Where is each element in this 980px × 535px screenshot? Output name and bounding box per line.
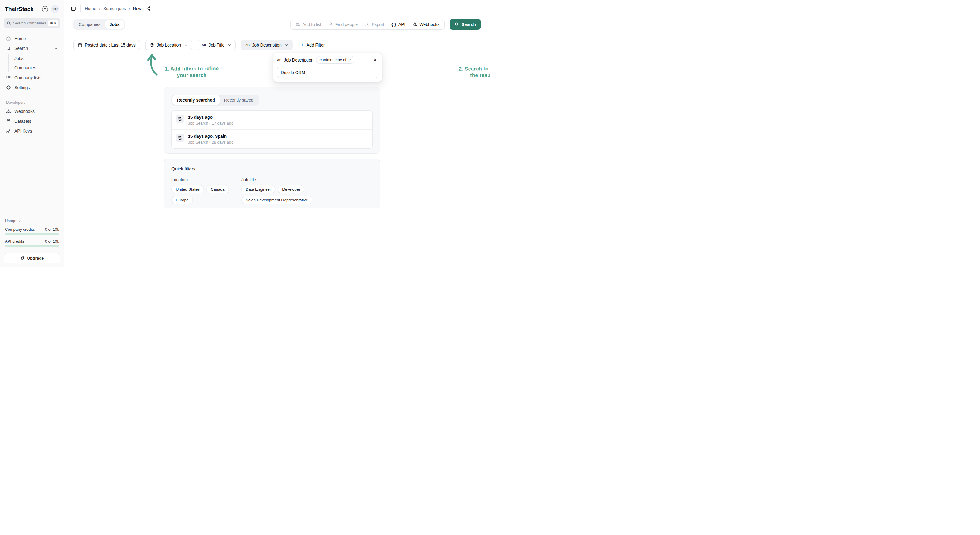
add-to-list-label: Add to list: [302, 22, 321, 27]
sidebar-item-search[interactable]: Search: [4, 43, 60, 53]
search-icon: [455, 22, 459, 27]
api-credits-progress: [5, 245, 59, 247]
annotation-step2-line2: the results: [459, 71, 490, 79]
tab-recently-saved[interactable]: Recently saved: [220, 95, 258, 105]
sidebar-item-home[interactable]: Home: [4, 34, 60, 43]
credit-label: API credits: [5, 239, 24, 244]
share-icon[interactable]: [145, 6, 150, 11]
recent-search-item[interactable]: 15 days ago, Spain Job Search · 28 days …: [172, 129, 372, 148]
person-icon: [329, 22, 333, 27]
breadcrumb: Home › Search jobs › New: [85, 6, 150, 11]
operator-value: contains any of: [320, 57, 346, 62]
quick-pill-sdr[interactable]: Sales Development Representative: [241, 196, 312, 204]
app-logo[interactable]: TheirStack: [5, 6, 33, 13]
credit-label: Company credits: [5, 227, 35, 232]
sidebar-item-companies[interactable]: Companies: [13, 63, 60, 72]
header-row: Companies Jobs Add to list Find people E…: [73, 19, 481, 30]
recent-search-item[interactable]: 15 days ago Job Search · 17 days ago: [172, 111, 372, 129]
developers-section-label: Developers: [6, 100, 58, 105]
find-people-button[interactable]: Find people: [325, 19, 361, 29]
chevron-down-icon: [348, 58, 352, 62]
sidebar-item-label: Home: [14, 36, 26, 41]
add-to-list-button[interactable]: Add to list: [292, 19, 325, 29]
sidebar-nav: Home Search Jobs Companies Company lists…: [4, 34, 60, 136]
quick-filters-title: Quick filters: [172, 166, 373, 171]
close-icon[interactable]: ✕: [372, 57, 378, 63]
job-location-filter[interactable]: Job Location: [145, 40, 192, 50]
tab-jobs[interactable]: Jobs: [105, 20, 124, 29]
recent-search-title: 15 days ago: [188, 115, 233, 120]
sidebar-item-label: Jobs: [14, 56, 24, 61]
webhooks-label: Webhooks: [419, 22, 439, 27]
sidebar-item-settings[interactable]: Settings: [4, 83, 60, 92]
chevron-right-icon: [18, 219, 21, 222]
map-pin-icon: [150, 43, 154, 48]
sidebar-item-company-lists[interactable]: Company lists: [4, 73, 60, 83]
search-button[interactable]: Search: [450, 19, 481, 30]
recent-search-subtitle: Job Search · 28 days ago: [188, 140, 233, 144]
chevron-down-icon: [228, 43, 231, 47]
sidebar-header: TheirStack ? CP: [4, 5, 60, 13]
annotation-arrow-left: [146, 52, 162, 76]
quick-pill-europe[interactable]: Europe: [172, 196, 193, 204]
api-button[interactable]: { } API: [388, 19, 409, 29]
plus-icon: +: [301, 42, 304, 48]
search-input[interactable]: [13, 21, 46, 25]
divider: [80, 5, 81, 12]
annotation-step1: 1. Add filters to refine your search: [165, 65, 219, 79]
filter-row: Posted date : Last 15 days Job Location …: [73, 40, 481, 50]
sidebar-item-label: Companies: [14, 65, 36, 70]
quick-pill-developer[interactable]: Developer: [278, 185, 304, 194]
rocket-icon: [20, 256, 25, 260]
history-icon: [176, 115, 185, 123]
posted-date-filter[interactable]: Posted date : Last 15 days: [73, 40, 140, 50]
upgrade-label: Upgrade: [27, 256, 44, 260]
recent-searches-card: Recently searched Recently saved 15 days…: [164, 87, 380, 154]
sidebar-item-jobs[interactable]: Jobs: [13, 54, 60, 63]
tab-recently-searched[interactable]: Recently searched: [172, 95, 220, 105]
webhooks-button[interactable]: Webhooks: [409, 19, 443, 29]
usage-label: Usage: [5, 219, 16, 223]
quick-pill-canada[interactable]: Canada: [207, 185, 229, 194]
recent-search-subtitle: Job Search · 17 days ago: [188, 121, 233, 125]
job-description-filter[interactable]: AB Job Description: [241, 40, 293, 50]
sidebar-item-api-keys[interactable]: API Keys: [4, 126, 60, 136]
chevron-separator: ›: [129, 6, 130, 11]
popover-field-label: Job Description: [284, 57, 313, 62]
company-search-box[interactable]: ⌘ K: [4, 18, 60, 28]
export-button[interactable]: Export: [361, 19, 388, 29]
usage-link[interactable]: Usage: [4, 219, 60, 223]
posted-date-label: Posted date : Last 15 days: [85, 43, 136, 48]
entity-tabs: Companies Jobs: [73, 19, 125, 30]
breadcrumb-home[interactable]: Home: [85, 6, 96, 11]
sidebar-item-datasets[interactable]: Datasets: [4, 116, 60, 126]
company-credits-progress: [5, 233, 59, 235]
sidebar-toggle-icon[interactable]: [69, 5, 77, 13]
sidebar-item-label: Webhooks: [14, 109, 35, 114]
chevron-down-icon: [285, 43, 288, 47]
avatar[interactable]: CP: [51, 5, 59, 13]
history-icon: [176, 134, 185, 142]
api-label: API: [398, 22, 406, 27]
breadcrumb-search-jobs[interactable]: Search jobs: [103, 6, 126, 11]
quick-pill-data-engineer[interactable]: Data Engineer: [241, 185, 275, 194]
calendar-icon: [78, 43, 83, 48]
tab-companies[interactable]: Companies: [75, 20, 105, 29]
help-icon[interactable]: ?: [42, 6, 48, 12]
add-filter-button[interactable]: + Add Filter: [298, 40, 328, 50]
job-title-label: Job Title: [208, 43, 224, 48]
sidebar-item-webhooks[interactable]: Webhooks: [4, 106, 60, 116]
job-description-label: Job Description: [252, 43, 282, 48]
job-title-filter[interactable]: AB Job Title: [197, 40, 235, 50]
upgrade-button[interactable]: Upgrade: [4, 253, 60, 263]
add-filter-label: Add Filter: [307, 43, 325, 48]
sidebar-search-subitems: Jobs Companies: [8, 54, 60, 72]
sidebar-item-label: Company lists: [14, 75, 41, 80]
breadcrumb-current: New: [133, 6, 142, 11]
operator-select[interactable]: contains any of: [316, 56, 355, 64]
job-description-value-input[interactable]: [277, 67, 378, 78]
job-location-label: Job Location: [157, 43, 181, 48]
recent-tabs: Recently searched Recently saved: [172, 95, 259, 106]
webhook-icon: [412, 22, 417, 27]
quick-pill-united-states[interactable]: United States: [172, 185, 204, 194]
